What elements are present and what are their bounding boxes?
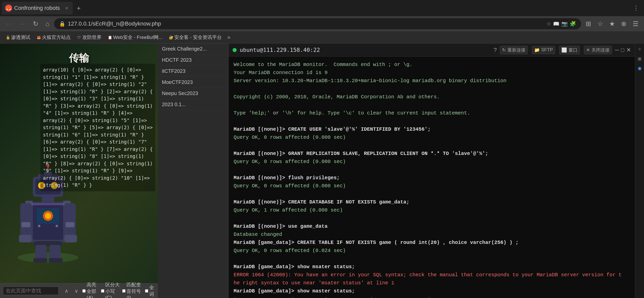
bookmarks-overflow-button[interactable]: » <box>225 33 232 42</box>
tab-favicon: 🦊 <box>5 5 12 12</box>
refresh-button[interactable]: ↻ <box>30 18 41 29</box>
hamburger-menu[interactable]: ☰ <box>630 18 641 29</box>
far-right-btn-3[interactable]: ◉ <box>637 64 643 72</box>
home-button[interactable]: ⌂ <box>43 18 52 29</box>
back-button[interactable]: ← <box>3 18 15 29</box>
terminal-line: Query OK, 1 row affected (0.000 sec) <box>234 206 630 214</box>
far-right-sidebar: ≡ ▣ ◉ <box>635 43 644 298</box>
nav-icon-4[interactable]: ⊕ <box>618 18 629 29</box>
bookmark-label-5: 安全客 - 安全资讯平台 <box>174 34 222 41</box>
svg-point-30 <box>38 225 40 227</box>
terminal-line: MariaDB [game_data]> show master status; <box>234 287 630 295</box>
terminal-line: MariaDB [(none)]> flush privileges; <box>234 174 630 182</box>
match-diacritic-label: 匹配变音符号(I) <box>127 282 143 298</box>
terminal-line: Server version: 10.3.20-MariaDB-1:10.3.2… <box>234 77 630 85</box>
terminal-close-session-button[interactable]: ✕ 关闭连接 <box>584 46 612 54</box>
tab-close-button[interactable]: × <box>64 5 70 12</box>
sidebar-item-moectf[interactable]: MoeCTF2023 <box>158 77 228 88</box>
screenshot-icon[interactable]: 📷 <box>561 21 568 27</box>
terminal-table-border-1: +------------------+----------+---------… <box>234 295 630 298</box>
browser-page: 传输 array(10) { [0]=> array(2) { [0]=> st… <box>0 43 158 298</box>
bookmark-firefox[interactable]: 🦊 火狐官方站点 <box>34 33 73 42</box>
sidebar-bookmarks: Greek Challenge2... HDCTF 2023 itCTF2023… <box>158 43 229 298</box>
terminal-line: Database changed <box>234 231 630 239</box>
terminal-line: MariaDB [(none)]> CREATE DATABASE IF NOT… <box>234 198 630 206</box>
bookmark-star-icon[interactable]: ☆ <box>547 21 551 27</box>
bookmark-favicon-3: 🛡 <box>77 35 81 40</box>
bookmark-label-3: 攻防世界 <box>82 34 102 41</box>
match-case-label: 区分大小写(C) <box>105 282 120 298</box>
page-title-area: 传输 <box>0 51 158 65</box>
nav-icon-1[interactable]: ⊞ <box>583 18 594 29</box>
extension-icon[interactable]: 🧩 <box>570 21 576 27</box>
svg-point-31 <box>56 225 58 227</box>
sidebar-item-neepu[interactable]: Neepu Sec2023 <box>158 88 228 99</box>
sidebar-item-2023[interactable]: 2023 0.1... <box>158 99 228 110</box>
whole-word-checkbox[interactable] <box>145 289 148 293</box>
find-bar: ∧ ∨ 高亮全部(A) 区分大小写(C) 匹配变音符号(I) 全词 <box>0 283 158 298</box>
terminal-window-button[interactable]: ⬜ 窗口 <box>559 46 580 54</box>
reader-mode-icon[interactable]: 📖 <box>553 21 559 27</box>
terminal-reconnect-button[interactable]: ↻ 重新连接 <box>500 46 528 54</box>
svg-rect-9 <box>64 203 76 236</box>
find-next-button[interactable]: ∨ <box>72 287 80 294</box>
terminal-action-icons: ↻ 重新连接 📁 SFTP ⬜ 窗口 ✕ 关闭连接 <box>500 46 612 54</box>
bookmarks-bar: 🔓 渗透测试 🦊 火狐官方站点 🛡 攻防世界 📋 Web安全 - FreeBuf… <box>0 31 644 43</box>
terminal-sftp-button[interactable]: 📁 SFTP <box>532 46 555 54</box>
find-input[interactable] <box>3 287 59 295</box>
lock-icon: 🔒 <box>59 21 65 27</box>
tab-menu-button[interactable]: ⋮ <box>630 4 642 13</box>
far-right-btn-2[interactable]: ▣ <box>636 55 643 62</box>
svg-rect-18 <box>49 258 63 263</box>
bookmark-freebuf[interactable]: 📋 Web安全 - FreeBuf网... <box>105 33 165 42</box>
terminal-line: MariaDB [(none)]> GRANT REPLICATION SLAV… <box>234 150 630 158</box>
svg-point-0 <box>18 253 78 263</box>
sidebar-item-itctf[interactable]: itCTF2023 <box>158 66 228 77</box>
bookmark-label-4: Web安全 - FreeBuf网... <box>113 34 163 41</box>
maximize-icon[interactable]: □ <box>621 47 624 53</box>
active-tab[interactable]: 🦊 Confronting robots × <box>2 2 73 14</box>
far-right-btn-1[interactable]: ≡ <box>637 45 642 53</box>
nav-icon-3[interactable]: ★ <box>607 18 617 29</box>
page-title: 传输 <box>69 52 89 64</box>
terminal-line: MariaDB [game_data]> show msater status; <box>234 263 630 271</box>
nav-icon-2[interactable]: ☆ <box>595 18 606 29</box>
terminal-content[interactable]: Welcome to the MariaDB monitor. Commands… <box>229 57 635 298</box>
find-prev-button[interactable]: ∧ <box>63 287 70 294</box>
terminal-line <box>234 166 630 174</box>
close-icon[interactable]: ✕ <box>626 47 631 53</box>
array-data-text: array(10) { [0]=> array(2) { [0]=> strin… <box>43 67 153 188</box>
whole-word-label: 全词 <box>149 284 155 297</box>
minimize-icon[interactable]: ─ <box>615 47 619 53</box>
terminal-line: MariaDB [game_data]> CREATE TABLE IF NOT… <box>234 239 630 247</box>
terminal-line: MariaDB [(none)]> CREATE USER 'slave'@'%… <box>234 125 630 133</box>
bookmark-pentest[interactable]: 🔓 渗透测试 <box>3 33 33 42</box>
bookmark-ctf[interactable]: 🛡 攻防世界 <box>74 33 104 42</box>
tab-bar: 🦊 Confronting robots × + ⋮ <box>0 0 644 16</box>
bookmark-label-1: 渗透测试 <box>11 34 30 41</box>
highlight-all-checkbox[interactable] <box>82 289 86 293</box>
find-highlight-all[interactable]: 高亮全部(A) <box>82 282 99 298</box>
bookmark-favicon-1: 🔓 <box>6 35 10 40</box>
new-tab-button[interactable]: + <box>74 3 84 13</box>
sftp-label: SFTP <box>541 47 553 53</box>
match-diacritic-checkbox[interactable] <box>122 289 126 293</box>
find-whole-word[interactable]: 全词 <box>145 284 155 297</box>
tab-title: Confronting robots <box>14 5 62 11</box>
terminal-line: Query OK, 0 rows affected (0.000 sec) <box>234 182 630 190</box>
find-match-case[interactable]: 区分大小写(C) <box>101 282 120 298</box>
svg-rect-12 <box>19 235 32 242</box>
sidebar-item-hdctf[interactable]: HDCTF 2023 <box>158 55 228 66</box>
terminal-line <box>234 101 630 109</box>
terminal-help-icon[interactable]: ? <box>494 47 497 53</box>
terminal-line: ERROR 1064 (42000): You have an error in… <box>234 271 630 279</box>
forward-button[interactable]: → <box>17 18 28 29</box>
reconnect-icon: ↻ <box>502 47 506 53</box>
bookmark-favicon-4: 📋 <box>108 35 112 40</box>
match-case-checkbox[interactable] <box>101 289 104 293</box>
window-icon: ⬜ <box>561 47 567 53</box>
sidebar-item-greek[interactable]: Greek Challenge2... <box>158 43 228 55</box>
bookmark-anquanke[interactable]: 🔐 安全客 - 安全资讯平台 <box>166 33 224 42</box>
address-bar[interactable]: 🔒 127.0.0.1/sEcR@t_n@Bodyknow.php ☆ 📖 📷 … <box>54 18 581 29</box>
find-match-diacritic[interactable]: 匹配变音符号(I) <box>122 282 143 298</box>
